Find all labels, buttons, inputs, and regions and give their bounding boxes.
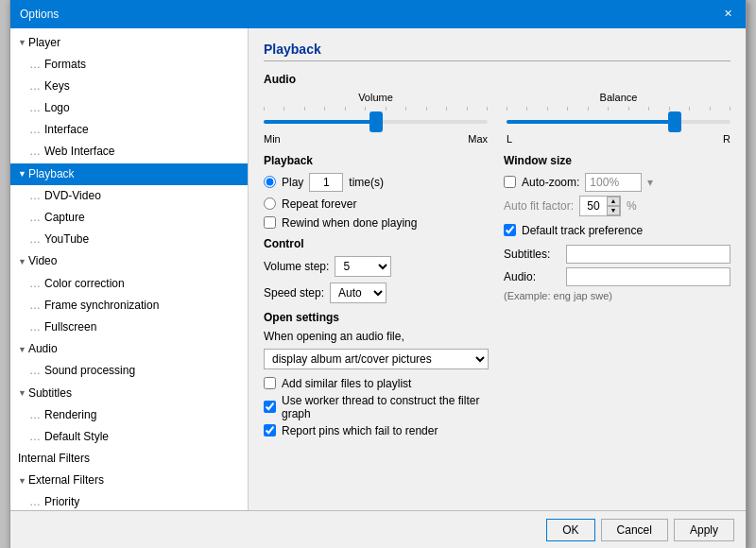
repeat-row: Repeat forever bbox=[264, 197, 489, 211]
audio-input[interactable] bbox=[566, 267, 730, 286]
balance-thumb[interactable] bbox=[668, 111, 681, 132]
volume-min: Min bbox=[264, 133, 281, 145]
control-group-title: Control bbox=[264, 237, 489, 250]
tree-dash-youtube: … bbox=[29, 231, 41, 248]
tree-item-keys[interactable]: … Keys bbox=[10, 76, 248, 97]
tree-item-dvd-video[interactable]: … DVD-Video bbox=[10, 185, 248, 207]
add-similar-row: Add similar files to playlist bbox=[264, 377, 489, 390]
close-button[interactable]: ✕ bbox=[719, 6, 736, 23]
tree-label-keys: Keys bbox=[44, 77, 70, 95]
default-track-row: Default track preference bbox=[504, 224, 730, 237]
expand-icon-audio: ▼ bbox=[18, 343, 26, 356]
report-pins-checkbox[interactable] bbox=[264, 424, 276, 437]
tree-dash-default-style: … bbox=[29, 428, 41, 446]
tree-label-default-style: Default Style bbox=[44, 428, 109, 446]
window-size-group: Window size Auto-zoom: ▾ Auto fit factor… bbox=[504, 154, 730, 216]
auto-fit-spinner[interactable]: ▲ ▼ bbox=[579, 196, 621, 216]
left-column: Playback Play time(s) Repeat forever bbox=[264, 154, 489, 441]
play-radio[interactable] bbox=[264, 176, 276, 188]
tree-dash-sound-processing: … bbox=[29, 362, 41, 380]
tree-item-web-interface[interactable]: … Web Interface bbox=[10, 141, 248, 163]
tree-label-subtitles: Subtitles bbox=[28, 385, 72, 402]
spin-up-button[interactable]: ▲ bbox=[607, 197, 620, 206]
tree-item-audio[interactable]: ▼ Audio bbox=[10, 338, 248, 360]
subtitles-field-row: Subtitles: bbox=[504, 245, 730, 264]
right-panel: Playback Audio Volume bbox=[249, 28, 746, 510]
tree-item-frame-sync[interactable]: … Frame synchronization bbox=[10, 295, 248, 317]
tree-item-formats[interactable]: … Formats bbox=[10, 54, 248, 76]
tree-dash-fullscreen: … bbox=[29, 318, 41, 336]
tree-item-playback[interactable]: ▼ Playback bbox=[10, 163, 248, 185]
speed-step-select[interactable]: Auto 0.1 0.25 0.5 bbox=[330, 283, 387, 303]
volume-max: Max bbox=[468, 133, 488, 145]
volume-label: Volume bbox=[264, 92, 488, 103]
volume-slider-group: Volume Min Max bbox=[264, 92, 488, 145]
use-worker-checkbox[interactable] bbox=[264, 401, 276, 413]
rewind-label: Rewind when done playing bbox=[282, 216, 417, 230]
rewind-row: Rewind when done playing bbox=[264, 216, 489, 230]
tree-label-dvd-video: DVD-Video bbox=[44, 187, 101, 205]
volume-slider[interactable] bbox=[264, 120, 488, 124]
tree-item-subtitles[interactable]: ▼ Subtitles bbox=[10, 383, 248, 404]
play-unit-label: time(s) bbox=[349, 176, 384, 189]
subtitles-input[interactable] bbox=[566, 245, 730, 264]
when-opening-select[interactable]: display album art/cover pictures do noth… bbox=[264, 349, 489, 369]
tree-item-video[interactable]: ▼ Video bbox=[10, 250, 248, 272]
expand-icon-video: ▼ bbox=[18, 255, 26, 268]
balance-slider-group: Balance L R bbox=[507, 92, 730, 145]
tree-item-youtube[interactable]: … YouTube bbox=[10, 229, 248, 250]
speed-step-row: Speed step: Auto 0.1 0.25 0.5 bbox=[264, 283, 489, 303]
tree-item-internal-filters[interactable]: Internal Filters bbox=[10, 448, 248, 470]
auto-zoom-row: Auto-zoom: ▾ bbox=[504, 173, 730, 192]
tree-label-formats: Formats bbox=[44, 56, 86, 74]
tree-item-rendering[interactable]: … Rendering bbox=[10, 404, 248, 426]
window-title: Options bbox=[20, 8, 59, 21]
cancel-button[interactable]: Cancel bbox=[601, 519, 668, 541]
tree-item-player[interactable]: ▼ Player bbox=[10, 32, 248, 54]
tree-label-interface: Interface bbox=[44, 121, 89, 139]
tree-dash-web-interface: … bbox=[29, 143, 41, 161]
open-settings-title: Open settings bbox=[264, 311, 489, 324]
auto-fit-label: Auto fit factor: bbox=[504, 199, 574, 213]
spin-down-button[interactable]: ▼ bbox=[607, 206, 620, 215]
auto-zoom-checkbox[interactable] bbox=[504, 176, 516, 188]
example-text: (Example: eng jap swe) bbox=[504, 290, 730, 301]
apply-button[interactable]: Apply bbox=[674, 519, 734, 541]
ok-button[interactable]: OK bbox=[546, 519, 594, 541]
default-track-checkbox[interactable] bbox=[504, 224, 516, 236]
tree-item-external-filters[interactable]: ▼ External Filters bbox=[10, 470, 248, 491]
auto-zoom-label: Auto-zoom: bbox=[522, 176, 579, 189]
tree-label-player: Player bbox=[28, 34, 60, 52]
rewind-checkbox[interactable] bbox=[264, 216, 276, 229]
tree-label-frame-sync: Frame synchronization bbox=[44, 297, 159, 315]
tree-label-audio: Audio bbox=[28, 340, 58, 358]
right-column: Window size Auto-zoom: ▾ Auto fit factor… bbox=[504, 154, 730, 441]
tree-dash-dvd-video: … bbox=[29, 187, 41, 205]
balance-r: R bbox=[723, 133, 730, 145]
tree-item-capture[interactable]: … Capture bbox=[10, 207, 248, 229]
add-similar-checkbox[interactable] bbox=[264, 377, 276, 389]
tree-label-playback: Playback bbox=[28, 165, 75, 183]
play-times-input[interactable] bbox=[309, 173, 343, 192]
repeat-radio[interactable] bbox=[264, 197, 276, 210]
auto-fit-value[interactable] bbox=[580, 197, 607, 214]
tree-label-web-interface: Web Interface bbox=[44, 143, 114, 161]
tree-item-default-style[interactable]: … Default Style bbox=[10, 426, 248, 448]
balance-slider[interactable] bbox=[507, 120, 730, 124]
tree-label-priority: Priority bbox=[44, 493, 79, 509]
add-similar-label: Add similar files to playlist bbox=[282, 377, 411, 390]
volume-thumb[interactable] bbox=[369, 111, 383, 132]
tree-dash-keys: … bbox=[29, 77, 41, 95]
tree-label-video: Video bbox=[28, 252, 57, 270]
tree-item-priority[interactable]: … Priority bbox=[10, 491, 248, 509]
tree-dash-priority: … bbox=[29, 493, 41, 509]
tree-label-internal-filters: Internal Filters bbox=[18, 450, 90, 468]
tree-item-interface[interactable]: … Interface bbox=[10, 119, 248, 141]
playback-group-title: Playback bbox=[264, 154, 489, 167]
tree-item-logo[interactable]: … Logo bbox=[10, 97, 248, 119]
tree-item-color-correction[interactable]: … Color correction bbox=[10, 273, 248, 295]
volume-step-select[interactable]: 5 1 2 10 bbox=[335, 256, 391, 277]
tree-item-fullscreen[interactable]: … Fullscreen bbox=[10, 317, 248, 338]
tree-item-sound-processing[interactable]: … Sound processing bbox=[10, 360, 248, 382]
auto-fit-row: Auto fit factor: ▲ ▼ % bbox=[504, 196, 730, 216]
